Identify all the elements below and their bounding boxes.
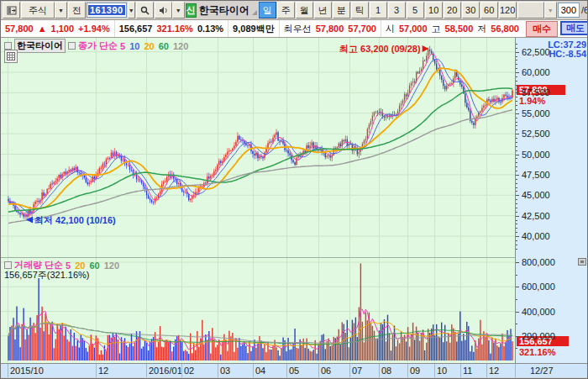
legend-price-ma-label: 종가 단순 bbox=[78, 39, 118, 52]
minor-tick bbox=[516, 76, 517, 77]
chart-plot-area[interactable]: 최고 63,200 (09/28)최저 42,100 (10/16) bbox=[1, 38, 515, 363]
search-button[interactable] bbox=[136, 2, 154, 18]
date-axis[interactable]: 12/27 2015/10122016/01020304050607080910… bbox=[1, 363, 588, 377]
bars-count-input[interactable]: 300 bbox=[558, 3, 580, 18]
minor-tick bbox=[516, 162, 517, 163]
price-axis[interactable]: LC:37.29 HC:-8.54 57,800 1.94% 156,657 3… bbox=[515, 38, 588, 363]
interval-1-button[interactable]: 1 bbox=[370, 2, 387, 18]
minor-tick bbox=[516, 312, 517, 313]
best-ask: 57,800 bbox=[316, 24, 344, 34]
axis-separator bbox=[349, 364, 350, 377]
price-cell: 57,800 ▲ 1,100 +1.94% bbox=[1, 20, 115, 37]
volume-value: 156,657 bbox=[119, 24, 153, 34]
minor-tick bbox=[516, 191, 517, 192]
current-price: 57,800 bbox=[5, 24, 34, 34]
trade-value: 9,089백만 bbox=[233, 23, 275, 35]
period-month-button[interactable]: 월 bbox=[296, 2, 313, 18]
minor-tick bbox=[516, 179, 517, 180]
interval-10-button[interactable]: 10 bbox=[425, 2, 443, 18]
minor-tick bbox=[516, 208, 517, 208]
price-tick-label: 52,500 bbox=[522, 129, 550, 139]
collapse-icon[interactable] bbox=[68, 42, 76, 50]
minor-tick bbox=[516, 60, 517, 61]
minor-tick bbox=[516, 52, 517, 53]
minor-tick bbox=[516, 134, 517, 134]
ohl-cell: 시 57,000 고 58,500 저 56,800 bbox=[381, 20, 523, 37]
price-ma-periods: 5102060120 bbox=[120, 41, 192, 51]
minor-tick bbox=[516, 299, 517, 300]
volume-tick-label: 600,000 bbox=[522, 282, 555, 292]
ma-period-label: 60 bbox=[89, 261, 99, 271]
minor-tick bbox=[516, 275, 517, 276]
interval-5-button[interactable]: 5 bbox=[407, 2, 424, 18]
sell-button[interactable]: 매도 bbox=[560, 21, 588, 35]
buy-button[interactable]: 매수 bbox=[526, 21, 558, 37]
minor-tick bbox=[516, 64, 517, 65]
panel-options-icon[interactable] bbox=[578, 258, 586, 266]
asset-type-button[interactable]: 주식 bbox=[21, 2, 55, 18]
best-label: 최우선 bbox=[284, 23, 312, 35]
minor-tick bbox=[516, 183, 517, 184]
interval-3-button[interactable]: 3 bbox=[388, 2, 406, 18]
axis-separator bbox=[181, 364, 182, 377]
best-quote-cell: 최우선 57,800 57,700 bbox=[280, 20, 381, 37]
axis-separator bbox=[515, 364, 516, 377]
ma-period-label: 20 bbox=[144, 41, 154, 51]
high-annotation: 최고 63,200 (09/28) bbox=[339, 44, 421, 54]
price-tick-label: 45,000 bbox=[522, 190, 550, 200]
ma-period-label: 5 bbox=[120, 41, 125, 51]
date-label: 12 bbox=[489, 366, 499, 376]
interval-120-button[interactable]: 120 bbox=[499, 2, 517, 18]
minor-tick bbox=[516, 89, 517, 90]
sound-dropdown-icon[interactable]: ▼ bbox=[172, 2, 185, 18]
chart-canvas[interactable]: 최고 63,200 (09/28)최저 42,100 (10/16) bbox=[1, 38, 515, 363]
minor-tick bbox=[516, 81, 517, 82]
axis-separator bbox=[96, 364, 97, 377]
period-year-button[interactable]: 년 bbox=[314, 2, 332, 18]
minor-tick bbox=[516, 228, 517, 229]
minor-tick bbox=[516, 171, 517, 171]
price-tick-label: 47,500 bbox=[522, 170, 550, 180]
period-minute-button[interactable]: 분 bbox=[333, 2, 350, 18]
date-label: 02 bbox=[184, 366, 194, 376]
empty-combo-dropdown-icon[interactable]: ▼ bbox=[544, 2, 557, 18]
open-label: 시 bbox=[386, 23, 395, 35]
chart-grid-button[interactable] bbox=[4, 50, 18, 63]
date-label: 11 bbox=[463, 366, 472, 376]
minor-tick bbox=[516, 195, 517, 196]
sound-button[interactable] bbox=[155, 2, 172, 18]
ma-period-label: 120 bbox=[104, 261, 119, 271]
axis-separator bbox=[218, 364, 218, 377]
period-day-button[interactable]: 일 bbox=[259, 2, 276, 18]
open-value: 57,000 bbox=[399, 24, 428, 34]
code-input[interactable]: 161390 bbox=[87, 3, 127, 18]
stock-chart-window: 주식 ▼ 전 161390 ▼ ▼ 신 한국타이어 일 주 월 년 분 틱 1 … bbox=[0, 0, 588, 379]
code-dropdown-icon[interactable]: ▼ bbox=[128, 2, 135, 18]
search-icon bbox=[140, 6, 150, 15]
minor-tick bbox=[516, 48, 517, 49]
window-transfer-button[interactable] bbox=[3, 2, 20, 18]
period-week-button[interactable]: 주 bbox=[277, 2, 295, 18]
interval-30-button[interactable]: 30 bbox=[462, 2, 480, 18]
minor-tick bbox=[516, 187, 517, 188]
price-tick-label: 50,000 bbox=[522, 150, 550, 160]
prev-button[interactable]: 전 bbox=[68, 2, 86, 18]
date-label: 04 bbox=[255, 366, 265, 376]
interval-60-button[interactable]: 60 bbox=[480, 2, 498, 18]
minor-tick bbox=[516, 68, 517, 69]
bars-total-label: /600 bbox=[580, 5, 588, 15]
name-grip-icon[interactable] bbox=[252, 10, 257, 15]
asset-type-dropdown-icon[interactable]: ▼ bbox=[55, 2, 67, 18]
interval-20-button[interactable]: 20 bbox=[444, 2, 461, 18]
stock-name: 한국타이어 bbox=[197, 3, 251, 18]
volume-tick-label: 200,000 bbox=[522, 331, 555, 341]
minor-tick bbox=[516, 236, 517, 237]
minor-tick bbox=[516, 212, 517, 213]
date-label: 06 bbox=[321, 366, 331, 376]
empty-combo-field[interactable] bbox=[517, 2, 544, 18]
collapse-icon[interactable] bbox=[4, 42, 12, 50]
period-tick-button[interactable]: 틱 bbox=[351, 2, 369, 18]
collapse-icon[interactable] bbox=[4, 261, 12, 269]
last-date-label: 12/27 bbox=[530, 366, 554, 376]
minor-tick bbox=[516, 122, 517, 123]
